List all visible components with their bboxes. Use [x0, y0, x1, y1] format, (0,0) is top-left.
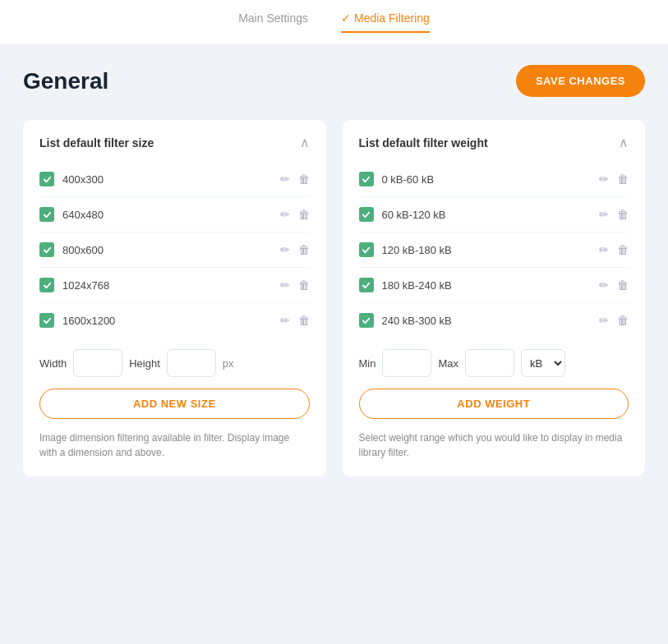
weight-item-delete-icon-1[interactable]: 🗑 — [617, 208, 629, 221]
size-panel-note: Image dimension filtering available in f… — [39, 430, 310, 460]
max-input[interactable] — [465, 349, 514, 377]
weight-item-delete-icon-4[interactable]: 🗑 — [617, 314, 629, 327]
weight-item-delete-icon-3[interactable]: 🗑 — [617, 278, 629, 292]
size-item-label-3: 1024x768 — [62, 279, 109, 292]
size-panel: List default filter size ∧ 400x300 ✏ 🗑 6… — [23, 120, 326, 476]
weight-panel: List default filter weight ∧ 0 kB-60 kB … — [343, 120, 646, 476]
check-icon: ✓ — [341, 12, 351, 25]
size-item-delete-icon-1[interactable]: 🗑 — [298, 208, 310, 221]
size-item-actions-4: ✏ 🗑 — [280, 314, 310, 327]
size-item-delete-icon-4[interactable]: 🗑 — [298, 314, 310, 327]
weight-item-actions-4: ✏ 🗑 — [599, 314, 629, 327]
width-label: Width — [39, 357, 67, 370]
size-item-checkbox-3[interactable] — [39, 278, 54, 292]
weight-items-list: 0 kB-60 kB ✏ 🗑 60 kB-120 kB ✏ 🗑 120 kB-1… — [359, 162, 629, 338]
weight-panel-collapse-icon[interactable]: ∧ — [619, 135, 629, 150]
weight-item-label-4: 240 kB-300 kB — [382, 315, 452, 327]
tab-media-filtering[interactable]: ✓Media Filtering — [341, 12, 430, 33]
size-item-edit-icon-0[interactable]: ✏ — [280, 172, 290, 186]
weight-item-edit-icon-4[interactable]: ✏ — [599, 314, 609, 327]
add-weight-button[interactable]: ADD WEIGHT — [359, 389, 629, 419]
weight-item-checkbox-3[interactable] — [359, 278, 374, 292]
weight-item-label-3: 180 kB-240 kB — [382, 279, 452, 292]
size-item-checkbox-4[interactable] — [39, 313, 54, 328]
size-items-list: 400x300 ✏ 🗑 640x480 ✏ 🗑 800x600 — [39, 162, 310, 338]
weight-item-edit-icon-2[interactable]: ✏ — [599, 243, 609, 256]
weight-item-checkbox-1[interactable] — [359, 207, 374, 222]
page-header: General SAVE CHANGES — [23, 65, 645, 97]
size-item-label-2: 800x600 — [62, 244, 104, 256]
weight-item-edit-icon-3[interactable]: ✏ — [599, 278, 609, 292]
size-unit-label: px — [223, 357, 234, 370]
size-item-checkbox-1[interactable] — [39, 207, 54, 222]
size-panel-header: List default filter size ∧ — [39, 135, 310, 150]
size-item-edit-icon-2[interactable]: ✏ — [280, 243, 290, 256]
weight-item-label-1: 60 kB-120 kB — [382, 209, 446, 221]
weight-panel-note: Select weight range which you would like… — [359, 430, 629, 460]
weight-item-left-2: 120 kB-180 kB — [359, 242, 452, 257]
size-filter-item: 1600x1200 ✏ 🗑 — [39, 303, 310, 338]
min-label: Min — [359, 357, 376, 370]
weight-item-checkbox-2[interactable] — [359, 242, 374, 257]
size-panel-collapse-icon[interactable]: ∧ — [300, 135, 310, 150]
add-size-form: Width Height px — [39, 349, 310, 377]
size-item-left-1: 640x480 — [39, 207, 104, 222]
weight-item-left-4: 240 kB-300 kB — [359, 313, 452, 328]
size-item-delete-icon-2[interactable]: 🗑 — [298, 243, 310, 256]
weight-item-checkbox-0[interactable] — [359, 172, 374, 186]
weight-panel-header: List default filter weight ∧ — [359, 135, 629, 150]
size-item-edit-icon-1[interactable]: ✏ — [280, 208, 290, 221]
tab-main-settings[interactable]: Main Settings — [238, 12, 308, 33]
size-item-actions-2: ✏ 🗑 — [280, 243, 310, 256]
size-panel-title: List default filter size — [39, 136, 154, 150]
size-item-label-0: 400x300 — [62, 173, 104, 186]
top-navigation: Main Settings ✓Media Filtering — [0, 0, 668, 45]
height-input[interactable] — [167, 349, 216, 377]
size-item-label-4: 1600x1200 — [62, 315, 115, 327]
weight-item-edit-icon-1[interactable]: ✏ — [599, 208, 609, 221]
tab-main-settings-label: Main Settings — [238, 12, 308, 25]
weight-item-actions-2: ✏ 🗑 — [599, 243, 629, 256]
width-input[interactable] — [73, 349, 122, 377]
size-item-checkbox-2[interactable] — [39, 242, 54, 257]
weight-item-left-3: 180 kB-240 kB — [359, 278, 452, 292]
height-label: Height — [129, 357, 160, 370]
weight-item-left-1: 60 kB-120 kB — [359, 207, 446, 222]
size-item-actions-0: ✏ 🗑 — [280, 172, 310, 186]
size-filter-item: 1024x768 ✏ 🗑 — [39, 268, 310, 303]
size-item-left-2: 800x600 — [39, 242, 104, 257]
main-content: General SAVE CHANGES List default filter… — [0, 45, 668, 496]
min-input[interactable] — [382, 349, 431, 377]
weight-filter-item: 120 kB-180 kB ✏ 🗑 — [359, 232, 629, 268]
add-size-button[interactable]: ADD NEW SIZE — [39, 389, 310, 419]
size-item-actions-1: ✏ 🗑 — [280, 208, 310, 221]
weight-filter-item: 180 kB-240 kB ✏ 🗑 — [359, 268, 629, 303]
size-item-edit-icon-3[interactable]: ✏ — [280, 278, 290, 292]
weight-filter-item: 0 kB-60 kB ✏ 🗑 — [359, 162, 629, 197]
weight-item-edit-icon-0[interactable]: ✏ — [599, 172, 609, 186]
weight-item-label-2: 120 kB-180 kB — [382, 244, 452, 256]
size-item-edit-icon-4[interactable]: ✏ — [280, 314, 290, 327]
weight-item-actions-0: ✏ 🗑 — [599, 172, 629, 186]
weight-item-actions-3: ✏ 🗑 — [599, 278, 629, 292]
size-filter-item: 400x300 ✏ 🗑 — [39, 162, 310, 197]
weight-item-delete-icon-0[interactable]: 🗑 — [617, 172, 629, 186]
weight-item-delete-icon-2[interactable]: 🗑 — [617, 243, 629, 256]
weight-filter-item: 240 kB-300 kB ✏ 🗑 — [359, 303, 629, 338]
weight-unit-select[interactable]: kB MB — [521, 349, 565, 377]
weight-panel-title: List default filter weight — [359, 136, 488, 150]
add-weight-form: Min Max kB MB — [359, 349, 629, 377]
size-item-left-4: 1600x1200 — [39, 313, 115, 328]
size-item-label-1: 640x480 — [62, 209, 104, 221]
save-button[interactable]: SAVE CHANGES — [516, 65, 645, 97]
weight-item-label-0: 0 kB-60 kB — [382, 173, 435, 186]
weight-item-checkbox-4[interactable] — [359, 313, 374, 328]
size-item-checkbox-0[interactable] — [39, 172, 54, 186]
size-item-delete-icon-0[interactable]: 🗑 — [298, 172, 310, 186]
size-item-actions-3: ✏ 🗑 — [280, 278, 310, 292]
size-item-delete-icon-3[interactable]: 🗑 — [298, 278, 310, 292]
panels-container: List default filter size ∧ 400x300 ✏ 🗑 6… — [23, 120, 645, 476]
weight-filter-item: 60 kB-120 kB ✏ 🗑 — [359, 197, 629, 232]
size-item-left-3: 1024x768 — [39, 278, 109, 292]
weight-item-actions-1: ✏ 🗑 — [599, 208, 629, 221]
